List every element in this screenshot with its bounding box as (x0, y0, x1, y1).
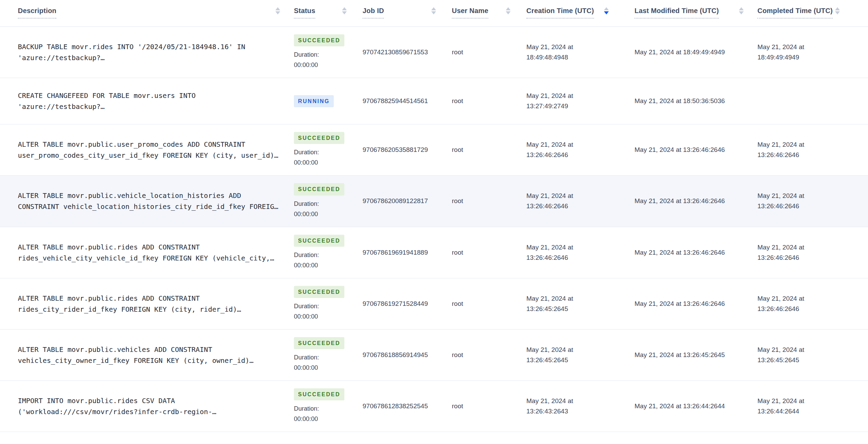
column-header-label[interactable]: Status (294, 7, 315, 19)
sort-down-arrow-icon (275, 11, 280, 14)
status-badge: SUCCEEDED (294, 132, 344, 144)
job-description-link[interactable]: IMPORT INTO movr.public.rides CSV DATA (… (18, 395, 283, 417)
sort-icon[interactable] (739, 7, 744, 14)
job-id-cell: 970742130859671553 (356, 47, 445, 57)
column-header-creationTime[interactable]: Creation Time (UTC) (519, 7, 628, 19)
last-modified-time-cell: May 21, 2024 at 13:26:46:2646 (628, 299, 751, 309)
description-cell: CREATE CHANGEFEED FOR TABLE movr.users I… (0, 90, 287, 112)
sort-icon[interactable] (431, 7, 436, 14)
column-header-userName[interactable]: User Name (445, 7, 519, 19)
job-description-link[interactable]: CREATE CHANGEFEED FOR TABLE movr.users I… (18, 90, 283, 112)
column-header-label[interactable]: Job ID (363, 7, 384, 19)
duration-label: Duration: (294, 352, 356, 363)
job-description-link[interactable]: ALTER TABLE movr.public.vehicles ADD CON… (18, 344, 283, 366)
user-name-cell: root (445, 96, 519, 106)
duration-label: Duration: (294, 199, 356, 209)
job-description-link[interactable]: ALTER TABLE movr.public.vehicle_location… (18, 190, 283, 212)
sort-down-arrow-icon (506, 11, 511, 14)
status-badge: RUNNING (294, 95, 334, 107)
column-header-jobId[interactable]: Job ID (356, 7, 445, 19)
status-cell: SUCCEEDED Duration: 00:00:00 (287, 34, 356, 70)
completed-time-cell: May 21, 2024 at 13:26:46:2646 (751, 191, 868, 211)
column-header-label[interactable]: Description (18, 7, 56, 19)
table-row: ALTER TABLE movr.public.vehicles ADD CON… (0, 330, 868, 381)
completed-time-cell: May 21, 2024 at 13:26:45:2645 (751, 345, 868, 365)
creation-time-cell: May 21, 2024 at 13:26:43:2643 (519, 396, 628, 417)
completed-time-cell: May 21, 2024 at 18:49:49:4949 (751, 42, 868, 63)
description-cell: ALTER TABLE movr.public.vehicles ADD CON… (0, 344, 287, 366)
job-id-cell: 970678612838252545 (356, 401, 445, 411)
sort-icon[interactable] (342, 7, 347, 14)
status-badge: SUCCEEDED (294, 235, 344, 247)
column-header-label[interactable]: Creation Time (UTC) (526, 7, 594, 19)
sort-icon[interactable] (275, 7, 280, 14)
user-name-cell: root (445, 401, 519, 411)
table-row: ALTER TABLE movr.public.user_promo_codes… (0, 124, 868, 176)
column-header-label[interactable]: User Name (452, 7, 488, 19)
column-header-label[interactable]: Last Modified Time (UTC) (635, 7, 719, 19)
sort-down-arrow-icon (739, 11, 744, 14)
job-id-cell: 970678620535881729 (356, 145, 445, 155)
sort-up-arrow-icon (835, 7, 840, 10)
table-row: ALTER TABLE movr.public.rides ADD CONSTR… (0, 227, 868, 278)
duration-value: 00:00:00 (294, 414, 356, 424)
status-badge: SUCCEEDED (294, 183, 344, 195)
duration-value: 00:00:00 (294, 157, 356, 168)
user-name-cell: root (445, 145, 519, 155)
table-row: IMPORT INTO movr.public.rides CSV DATA (… (0, 381, 868, 432)
table-body: BACKUP TABLE movr.rides INTO '/2024/05/2… (0, 27, 868, 432)
status-badge: SUCCEEDED (294, 388, 344, 400)
description-cell: ALTER TABLE movr.public.user_promo_codes… (0, 139, 287, 161)
sort-up-arrow-icon (342, 7, 347, 10)
column-header-lastModifiedTime[interactable]: Last Modified Time (UTC) (628, 7, 751, 19)
jobs-table: Description Status Job ID User Name Crea… (0, 0, 868, 432)
creation-time-cell: May 21, 2024 at 13:27:49:2749 (519, 91, 628, 111)
description-cell: ALTER TABLE movr.public.rides ADD CONSTR… (0, 242, 287, 264)
duration-label: Duration: (294, 403, 356, 414)
sort-up-arrow-icon (506, 7, 511, 10)
status-badge: SUCCEEDED (294, 34, 344, 46)
table-row: CREATE CHANGEFEED FOR TABLE movr.users I… (0, 78, 868, 124)
completed-time-cell: May 21, 2024 at 13:26:44:2644 (751, 396, 868, 417)
last-modified-time-cell: May 21, 2024 at 13:26:44:2644 (628, 401, 751, 411)
table-row: ALTER TABLE movr.public.vehicle_location… (0, 176, 868, 227)
last-modified-time-cell: May 21, 2024 at 13:26:46:2646 (628, 247, 751, 258)
duration-label: Duration: (294, 301, 356, 311)
job-id-cell: 970678825944514561 (356, 96, 445, 106)
creation-time-cell: May 21, 2024 at 13:26:46:2646 (519, 191, 628, 211)
duration-label: Duration: (294, 250, 356, 260)
sort-icon[interactable] (604, 7, 609, 14)
duration-label: Duration: (294, 49, 356, 60)
job-id-cell: 970678619691941889 (356, 247, 445, 258)
status-cell: SUCCEEDED Duration: 00:00:00 (287, 337, 356, 373)
job-id-cell: 970678620089122817 (356, 196, 445, 206)
last-modified-time-cell: May 21, 2024 at 13:26:46:2646 (628, 145, 751, 155)
column-header-description[interactable]: Description (0, 7, 287, 19)
sort-icon[interactable] (835, 7, 840, 14)
job-description-link[interactable]: BACKUP TABLE movr.rides INTO '/2024/05/2… (18, 41, 283, 63)
column-header-status[interactable]: Status (287, 7, 356, 19)
status-cell: SUCCEEDED Duration: 00:00:00 (287, 183, 356, 219)
status-cell: SUCCEEDED Duration: 00:00:00 (287, 235, 356, 270)
user-name-cell: root (445, 247, 519, 258)
status-cell: SUCCEEDED Duration: 00:00:00 (287, 132, 356, 168)
status-cell: RUNNING (287, 95, 356, 107)
description-cell: ALTER TABLE movr.public.vehicle_location… (0, 190, 287, 212)
column-header-label[interactable]: Completed Time (UTC) (757, 7, 833, 19)
sort-icon[interactable] (506, 7, 511, 14)
sort-up-arrow-icon (431, 7, 436, 10)
sort-down-arrow-icon (604, 11, 609, 14)
job-id-cell: 970678619271528449 (356, 299, 445, 309)
job-description-link[interactable]: ALTER TABLE movr.public.rides ADD CONSTR… (18, 293, 283, 315)
job-description-link[interactable]: ALTER TABLE movr.public.user_promo_codes… (18, 139, 283, 161)
column-header-completedTime[interactable]: Completed Time (UTC) (751, 7, 868, 19)
completed-time-cell: May 21, 2024 at 13:26:46:2646 (751, 140, 868, 160)
job-description-link[interactable]: ALTER TABLE movr.public.rides ADD CONSTR… (18, 242, 283, 264)
table-row: BACKUP TABLE movr.rides INTO '/2024/05/2… (0, 27, 868, 78)
completed-time-cell: May 21, 2024 at 13:26:46:2646 (751, 242, 868, 263)
duration-value: 00:00:00 (294, 311, 356, 322)
table-header: Description Status Job ID User Name Crea… (0, 0, 868, 27)
duration-value: 00:00:00 (294, 363, 356, 373)
status-badge: SUCCEEDED (294, 337, 344, 349)
creation-time-cell: May 21, 2024 at 13:26:46:2646 (519, 140, 628, 160)
